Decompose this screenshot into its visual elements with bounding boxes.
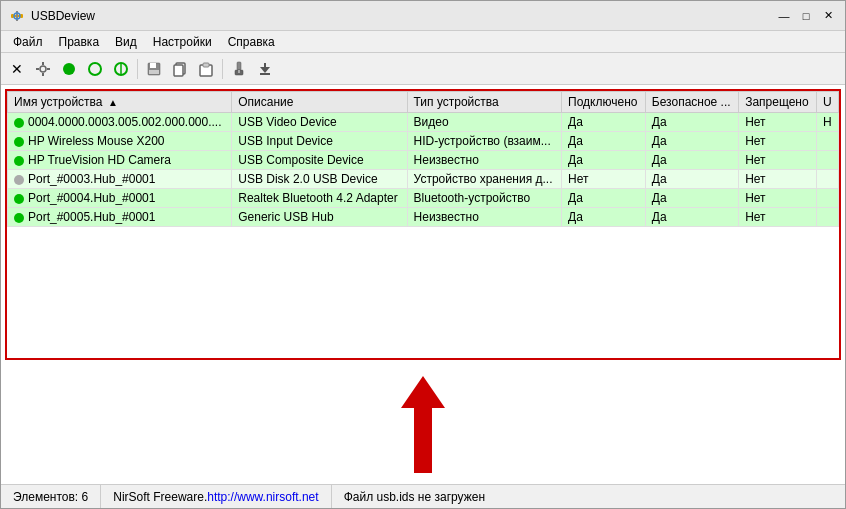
cell-type: Неизвестно: [407, 208, 561, 227]
col-header-forbidden[interactable]: Запрещено: [739, 92, 817, 113]
toolbar-paste-btn[interactable]: [194, 57, 218, 81]
cell-u: [816, 151, 838, 170]
cell-forbidden: Нет: [739, 189, 817, 208]
status-bar: Элементов: 6 NirSoft Freeware. http://ww…: [1, 484, 845, 508]
svg-rect-26: [260, 73, 270, 75]
status-dot: [14, 137, 24, 147]
menu-bar: Файл Правка Вид Настройки Справка: [1, 31, 845, 53]
table-row[interactable]: Port_#0004.Hub_#0001 Realtek Bluetooth 4…: [8, 189, 839, 208]
col-header-name[interactable]: Имя устройства ▲: [8, 92, 232, 113]
svg-rect-15: [150, 63, 156, 68]
cell-forbidden: Нет: [739, 151, 817, 170]
device-table: Имя устройства ▲ Описание Тип устройства…: [7, 91, 839, 227]
cell-name: 0004.0000.0003.005.002.000.000....: [8, 113, 232, 132]
svg-rect-16: [149, 70, 159, 74]
table-row[interactable]: 0004.0000.0003.005.002.000.000.... USB V…: [8, 113, 839, 132]
table-row[interactable]: HP Wireless Mouse X200 USB Input Device …: [8, 132, 839, 151]
arrow-container: [1, 364, 845, 484]
svg-rect-18: [174, 65, 183, 76]
cell-description: Realtek Bluetooth 4.2 Adapter: [232, 189, 407, 208]
maximize-button[interactable]: □: [797, 7, 815, 25]
cell-safe: Да: [645, 208, 738, 227]
cell-forbidden: Нет: [739, 113, 817, 132]
cell-type: Bluetooth-устройство: [407, 189, 561, 208]
cell-safe: Да: [645, 132, 738, 151]
col-header-u[interactable]: U: [816, 92, 838, 113]
toolbar-settings-btn[interactable]: [31, 57, 55, 81]
app-icon: [9, 8, 25, 24]
cell-connected: Да: [562, 132, 646, 151]
table-row[interactable]: Port_#0005.Hub_#0001 Generic USB Hub Неи…: [8, 208, 839, 227]
menu-view[interactable]: Вид: [107, 33, 145, 51]
status-dot: [14, 156, 24, 166]
cell-connected: Да: [562, 113, 646, 132]
toolbar-down-btn[interactable]: [253, 57, 277, 81]
svg-rect-25: [264, 63, 266, 68]
table-row[interactable]: HP TrueVision HD Camera USB Composite De…: [8, 151, 839, 170]
menu-help[interactable]: Справка: [220, 33, 283, 51]
toolbar-green1-btn[interactable]: [57, 57, 81, 81]
window-controls: — □ ✕: [775, 7, 837, 25]
cell-type: Неизвестно: [407, 151, 561, 170]
cell-description: USB Video Device: [232, 113, 407, 132]
toolbar: ✕: [1, 53, 845, 85]
status-usb-ids: Файл usb.ids не загружен: [332, 485, 497, 508]
up-arrow: [401, 376, 445, 473]
col-header-type[interactable]: Тип устройства: [407, 92, 561, 113]
menu-edit[interactable]: Правка: [51, 33, 108, 51]
minimize-button[interactable]: —: [775, 7, 793, 25]
cell-name: HP Wireless Mouse X200: [8, 132, 232, 151]
main-window: USBDeview — □ ✕ Файл Правка Вид Настройк…: [0, 0, 846, 509]
cell-description: USB Composite Device: [232, 151, 407, 170]
toolbar-green2-btn[interactable]: [83, 57, 107, 81]
menu-file[interactable]: Файл: [5, 33, 51, 51]
col-header-description[interactable]: Описание: [232, 92, 407, 113]
cell-safe: Да: [645, 113, 738, 132]
cell-type: Видео: [407, 113, 561, 132]
title-bar: USBDeview — □ ✕: [1, 1, 845, 31]
cell-forbidden: Нет: [739, 208, 817, 227]
nirsoft-link[interactable]: http://www.nirsoft.net: [207, 490, 318, 504]
col-header-connected[interactable]: Подключено: [562, 92, 646, 113]
svg-rect-7: [42, 73, 44, 76]
cell-type: Устройство хранения д...: [407, 170, 561, 189]
svg-rect-6: [42, 62, 44, 65]
cell-safe: Да: [645, 189, 738, 208]
cell-forbidden: Нет: [739, 132, 817, 151]
table-row[interactable]: Port_#0003.Hub_#0001 USB Disk 2.0 USB De…: [8, 170, 839, 189]
window-title: USBDeview: [31, 9, 775, 23]
svg-rect-23: [238, 70, 240, 73]
cell-u: [816, 189, 838, 208]
cell-u: [816, 208, 838, 227]
cell-name: Port_#0005.Hub_#0001: [8, 208, 232, 227]
cell-u: [816, 170, 838, 189]
cell-safe: Да: [645, 170, 738, 189]
cell-connected: Да: [562, 189, 646, 208]
cell-connected: Да: [562, 151, 646, 170]
status-dot: [14, 118, 24, 128]
cell-u: [816, 132, 838, 151]
toolbar-close-btn[interactable]: ✕: [5, 57, 29, 81]
toolbar-sep2: [222, 59, 223, 79]
close-button[interactable]: ✕: [819, 7, 837, 25]
menu-settings[interactable]: Настройки: [145, 33, 220, 51]
toolbar-save-btn[interactable]: [142, 57, 166, 81]
svg-rect-9: [47, 68, 50, 70]
status-dot: [14, 175, 24, 185]
toolbar-sep1: [137, 59, 138, 79]
cell-u: H: [816, 113, 838, 132]
col-header-safe[interactable]: Безопасное ...: [645, 92, 738, 113]
toolbar-usb-btn[interactable]: [227, 57, 251, 81]
svg-rect-8: [36, 68, 39, 70]
cell-name: Port_#0004.Hub_#0001: [8, 189, 232, 208]
cell-safe: Да: [645, 151, 738, 170]
toolbar-copy-btn[interactable]: [168, 57, 192, 81]
svg-point-11: [89, 63, 101, 75]
cell-connected: Нет: [562, 170, 646, 189]
cell-name: Port_#0003.Hub_#0001: [8, 170, 232, 189]
svg-rect-20: [203, 63, 209, 67]
svg-point-10: [63, 63, 75, 75]
device-table-container: Имя устройства ▲ Описание Тип устройства…: [5, 89, 841, 360]
svg-rect-21: [237, 62, 241, 70]
toolbar-green3-btn[interactable]: [109, 57, 133, 81]
